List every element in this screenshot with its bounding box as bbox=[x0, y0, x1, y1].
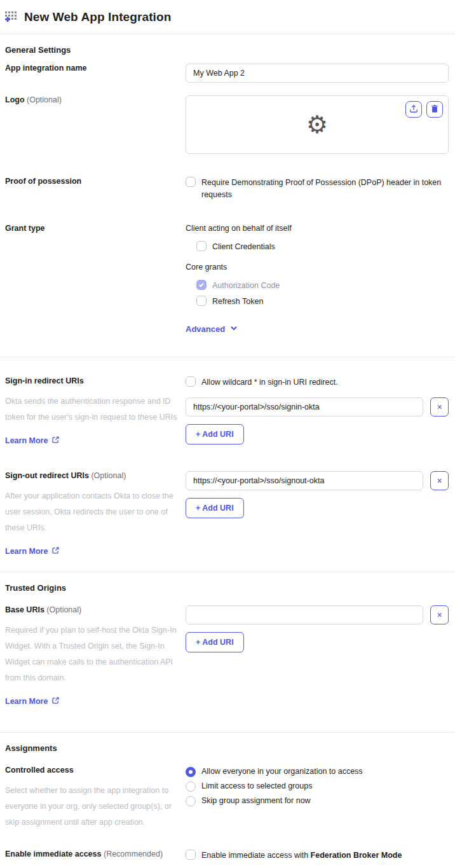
signout-description: After your application contacts Okta to … bbox=[5, 488, 182, 536]
radio-everyone[interactable] bbox=[186, 767, 196, 777]
check-icon bbox=[198, 282, 205, 288]
new-web-app-integration-page: New Web App Integration General Settings… bbox=[0, 0, 455, 868]
signout-learn-more-link[interactable]: Learn More bbox=[5, 546, 60, 556]
logo-row: Logo (Optional) bbox=[0, 95, 455, 154]
signin-learn-more-link[interactable]: Learn More bbox=[5, 436, 60, 446]
close-icon: × bbox=[437, 476, 442, 485]
section-divider bbox=[0, 572, 455, 572]
app-name-row: App integration name bbox=[0, 64, 455, 83]
gear-icon: ⚙ bbox=[306, 113, 328, 137]
signin-uri-input[interactable] bbox=[186, 397, 423, 417]
controlled-access-row: Controlled access Select whether to assi… bbox=[0, 766, 455, 830]
advanced-toggle[interactable]: Advanced bbox=[186, 324, 238, 334]
access-option-everyone[interactable]: Allow everyone in your organization to a… bbox=[186, 766, 449, 778]
logo-dropzone[interactable]: ⚙ bbox=[186, 95, 449, 154]
base-uri-remove-button[interactable]: × bbox=[430, 605, 449, 624]
client-credentials-label[interactable]: Client Credentials bbox=[212, 241, 275, 253]
app-name-input[interactable] bbox=[186, 64, 449, 83]
section-divider bbox=[0, 732, 455, 733]
wildcard-checkbox[interactable] bbox=[186, 376, 196, 387]
radio-limit-groups[interactable] bbox=[186, 782, 196, 792]
base-uri-input[interactable] bbox=[186, 605, 423, 624]
base-uris-optional-tag: (Optional) bbox=[46, 605, 81, 614]
client-credentials-checkbox[interactable] bbox=[196, 241, 207, 251]
add-app-grid-icon bbox=[3, 10, 18, 25]
immediate-access-row: Enable immediate access (Recommended) Re… bbox=[0, 850, 455, 868]
chevron-down-icon bbox=[230, 324, 238, 334]
trash-icon bbox=[430, 104, 439, 115]
logo-actions bbox=[405, 101, 443, 118]
delete-logo-button[interactable] bbox=[426, 101, 443, 118]
section-divider bbox=[0, 357, 455, 357]
signin-add-uri-button[interactable]: + Add URI bbox=[186, 424, 244, 444]
external-link-icon bbox=[51, 436, 60, 446]
base-uris-description: Required if you plan to self-host the Ok… bbox=[5, 623, 182, 686]
immediate-recommended-tag: (Recommended) bbox=[104, 850, 163, 858]
wildcard-checkbox-label[interactable]: Allow wildcard * in sign-in URI redirect… bbox=[201, 376, 338, 389]
close-icon: × bbox=[437, 610, 442, 619]
external-link-icon bbox=[51, 696, 60, 706]
signout-optional-tag: (Optional) bbox=[91, 471, 126, 480]
signin-uri-remove-button[interactable]: × bbox=[430, 397, 449, 417]
controlled-access-description: Select whether to assign the app integra… bbox=[5, 783, 182, 830]
federation-broker-checkbox[interactable] bbox=[186, 850, 196, 860]
client-group-label: Client acting on behalf of itself bbox=[186, 224, 449, 233]
base-add-uri-button[interactable]: + Add URI bbox=[186, 632, 244, 652]
immediate-access-label: Enable immediate access (Recommended) bbox=[5, 850, 186, 858]
access-option-limit-groups[interactable]: Limit access to selected groups bbox=[186, 780, 449, 792]
close-icon: × bbox=[437, 403, 442, 411]
signout-uri-remove-button[interactable]: × bbox=[430, 471, 449, 490]
logo-optional-tag: (Optional) bbox=[27, 95, 62, 104]
signout-add-uri-button[interactable]: + Add URI bbox=[186, 498, 244, 518]
page-title: New Web App Integration bbox=[24, 10, 171, 24]
federation-broker-checkbox-label[interactable]: Enable immediate access with Federation … bbox=[201, 850, 402, 862]
radio-skip[interactable] bbox=[186, 796, 196, 806]
signout-uri-input[interactable] bbox=[186, 471, 423, 490]
radio-everyone-label[interactable]: Allow everyone in your organization to a… bbox=[201, 766, 363, 778]
signin-redirect-row: Sign-in redirect URIs Okta sends the aut… bbox=[0, 376, 455, 446]
access-option-skip[interactable]: Skip group assignment for now bbox=[186, 795, 449, 807]
proof-of-possession-row: Proof of possession Require Demonstratin… bbox=[0, 177, 455, 201]
trusted-origins-heading: Trusted Origins bbox=[5, 583, 450, 593]
upload-logo-button[interactable] bbox=[405, 101, 422, 118]
authorization-code-checkbox bbox=[196, 280, 207, 290]
radio-skip-label[interactable]: Skip group assignment for now bbox=[201, 795, 311, 807]
radio-limit-groups-label[interactable]: Limit access to selected groups bbox=[201, 780, 312, 792]
header-divider bbox=[0, 34, 455, 34]
controlled-access-label: Controlled access bbox=[5, 766, 186, 775]
authorization-code-label: Authorization Code bbox=[212, 280, 280, 292]
app-name-label: App integration name bbox=[5, 64, 186, 83]
grant-type-label: Grant type bbox=[5, 224, 186, 334]
base-uris-row: Base URIs (Optional) Required if you pla… bbox=[0, 605, 455, 706]
general-settings-heading: General Settings bbox=[5, 45, 450, 55]
page-header: New Web App Integration bbox=[0, 0, 455, 34]
core-grants-label: Core grants bbox=[186, 263, 449, 272]
logo-label: Logo (Optional) bbox=[5, 95, 186, 154]
base-uris-learn-more-link[interactable]: Learn More bbox=[5, 696, 60, 706]
external-link-icon bbox=[51, 546, 60, 556]
assignments-heading: Assignments bbox=[5, 743, 450, 753]
signout-redirect-row: Sign-out redirect URIs (Optional) After … bbox=[0, 471, 455, 556]
refresh-token-label[interactable]: Refresh Token bbox=[212, 296, 263, 308]
signin-label: Sign-in redirect URIs bbox=[5, 376, 186, 385]
base-uris-label: Base URIs (Optional) bbox=[5, 605, 186, 614]
upload-icon bbox=[409, 104, 418, 115]
refresh-token-checkbox[interactable] bbox=[196, 296, 207, 306]
federation-broker-bold: Federation Broker Mode bbox=[311, 851, 402, 860]
dpop-checkbox[interactable] bbox=[186, 177, 196, 187]
signout-label: Sign-out redirect URIs (Optional) bbox=[5, 471, 186, 480]
signin-description: Okta sends the authentication response a… bbox=[5, 394, 182, 425]
dpop-checkbox-label[interactable]: Require Demonstrating Proof of Possessio… bbox=[201, 177, 449, 201]
grant-type-row: Grant type Client acting on behalf of it… bbox=[0, 224, 455, 334]
proof-label: Proof of possession bbox=[5, 177, 186, 201]
